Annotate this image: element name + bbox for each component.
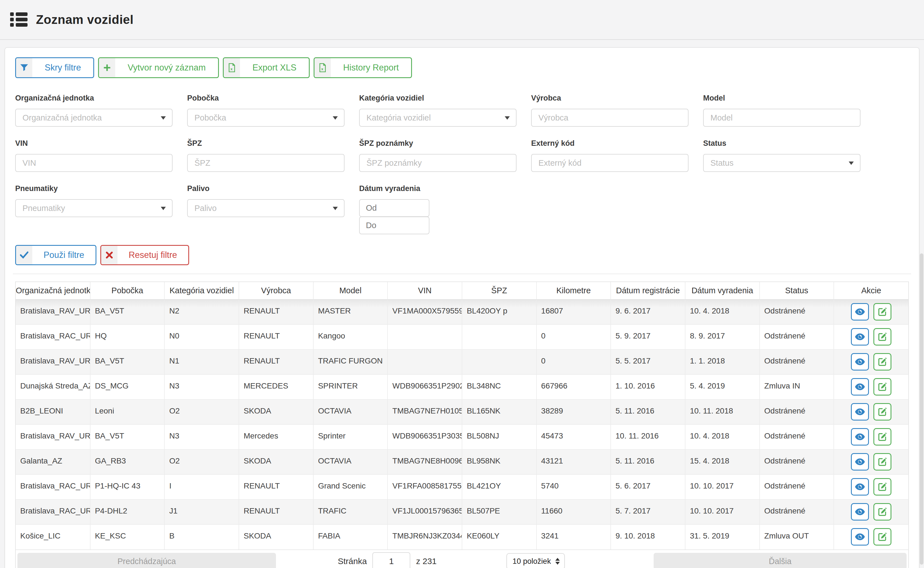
date-from-input[interactable] (359, 199, 429, 217)
view-button[interactable] (851, 378, 869, 396)
table-cell: Zmluva OUT (759, 524, 834, 550)
page-size-select[interactable]: 10 položiek (507, 553, 565, 568)
table-cell: N3 (165, 375, 239, 399)
filter-field-vehicle-category: Kategória vozidiel Kategória vozidiel (359, 94, 517, 127)
filter-label: Dátum vyradenia (359, 184, 517, 193)
edit-icon (878, 457, 887, 466)
view-button[interactable] (851, 303, 869, 320)
table-cell: 10. 10. 2017 (685, 500, 759, 524)
table-cell: 10. 4. 2018 (685, 299, 759, 325)
filter-label: Palivo (187, 184, 345, 193)
page-size-value: 10 položiek (513, 557, 551, 566)
view-button[interactable] (851, 503, 869, 521)
svg-text:x: x (230, 67, 233, 71)
column-header-8: Kilometre (537, 282, 611, 299)
filter-label: ŠPZ (187, 139, 345, 148)
filter-label: Status (703, 139, 860, 148)
table-cell: BA_V5T (90, 424, 165, 449)
filter-label: Model (703, 94, 860, 103)
table-cell (387, 349, 462, 375)
edit-button[interactable] (873, 503, 891, 521)
edit-button[interactable] (873, 303, 891, 320)
table-cell: 1. 10. 2016 (611, 375, 685, 399)
table-cell: 15. 4. 2018 (685, 449, 759, 474)
filter-input-manufacturer[interactable] (531, 109, 688, 127)
edit-button[interactable] (873, 428, 891, 446)
edit-button[interactable] (873, 328, 891, 346)
eye-icon (855, 308, 865, 316)
table-body: Bratislava_RAV_URGBA_V5TN2RENAULTMASTERV… (16, 299, 908, 550)
hide-filters-button[interactable]: Skry filtre (15, 57, 94, 78)
apply-filters-button[interactable]: Použi filtre (15, 245, 97, 265)
view-button[interactable] (851, 528, 869, 545)
chevron-down-icon (161, 116, 166, 120)
filter-select-org-unit[interactable]: Organizačná jednotka (15, 109, 172, 127)
view-button[interactable] (851, 478, 869, 495)
view-button[interactable] (851, 328, 869, 346)
date-to-input[interactable] (359, 217, 429, 234)
edit-button[interactable] (873, 528, 891, 545)
view-button[interactable] (851, 453, 869, 471)
table-cell: 667966 (537, 375, 611, 399)
column-header-5: Model (313, 282, 388, 299)
table-cell: O2 (165, 399, 239, 424)
filter-select-vehicle-category[interactable]: Kategória vozidiel (359, 109, 517, 127)
table-cell: J1 (165, 500, 239, 524)
table-cell: Mercedes (239, 424, 313, 449)
filter-label: Kategória vozidiel (359, 94, 517, 103)
column-header-4: Výrobca (239, 282, 313, 299)
table-cell: 5. 6. 2017 (611, 474, 685, 500)
table-cell: SKODA (239, 524, 313, 550)
edit-button[interactable] (873, 403, 891, 420)
table-cell: FABIA (313, 524, 388, 550)
previous-page-button[interactable]: Predchádzajúca (17, 553, 276, 568)
actions-cell (834, 299, 908, 325)
filter-input-spz[interactable] (187, 154, 345, 172)
page-header: Zoznam vozidiel (0, 0, 924, 40)
table-cell: Grand Scenic (313, 474, 388, 500)
chevron-down-icon (505, 116, 510, 120)
table-row: B2B_LEONILeoniO2SKODAOCTAVIATMBAG7NE7H01… (16, 399, 908, 424)
table-cell: TMBAG7NE8H0096... (387, 449, 462, 474)
svg-text:x: x (321, 67, 324, 71)
table-cell: RENAULT (239, 500, 313, 524)
table-cell: Bratislava_RAC_URG (16, 500, 90, 524)
filter-input-spz-notes[interactable] (359, 154, 517, 172)
export-xls-button[interactable]: x Export XLS (223, 57, 310, 78)
next-page-button[interactable]: Ďalšia (654, 553, 907, 568)
filter-label: Výrobca (531, 94, 688, 103)
table-row: Bratislava_RAV_URGBA_V5TN3MercedesSprint… (16, 424, 908, 449)
filter-input-external-code[interactable] (531, 154, 688, 172)
table-cell: 10. 4. 2018 (685, 424, 759, 449)
filter-select-tires[interactable]: Pneumatiky (15, 199, 172, 217)
filter-select-fuel[interactable]: Palivo (187, 199, 345, 217)
filter-input-model[interactable] (703, 109, 860, 127)
edit-button[interactable] (873, 478, 891, 495)
edit-button[interactable] (873, 378, 891, 396)
actions-cell (834, 500, 908, 524)
history-report-button[interactable]: x History Report (314, 57, 412, 78)
filter-select-branch[interactable]: Pobočka (187, 109, 345, 127)
edit-icon (878, 382, 887, 391)
edit-button[interactable] (873, 353, 891, 370)
filter-label: ŠPZ poznámky (359, 139, 517, 148)
filter-label: Externý kód (531, 139, 688, 148)
table-cell: 3241 (537, 524, 611, 550)
filter-select-status[interactable]: Status (703, 154, 860, 172)
table-row: Bratislava_RAV_URGBA_V5TN2RENAULTMASTERV… (16, 299, 908, 325)
column-header-2: Pobočka (90, 282, 165, 299)
edit-button[interactable] (873, 453, 891, 471)
vertical-scrollbar[interactable] (920, 253, 924, 565)
excel-file-icon: x (224, 58, 240, 77)
filter-input-vin[interactable] (15, 154, 172, 172)
view-button[interactable] (851, 428, 869, 446)
actions-cell (834, 399, 908, 424)
view-button[interactable] (851, 403, 869, 420)
table-cell: 9. 6. 2017 (611, 299, 685, 325)
page-number-input[interactable] (372, 552, 410, 568)
table-cell: 5. 4. 2019 (685, 375, 759, 399)
view-button[interactable] (851, 353, 869, 370)
chevron-down-icon (333, 116, 338, 120)
create-record-button[interactable]: Vytvor nový záznam (98, 57, 219, 78)
reset-filters-button[interactable]: Resetuj filtre (100, 245, 189, 265)
